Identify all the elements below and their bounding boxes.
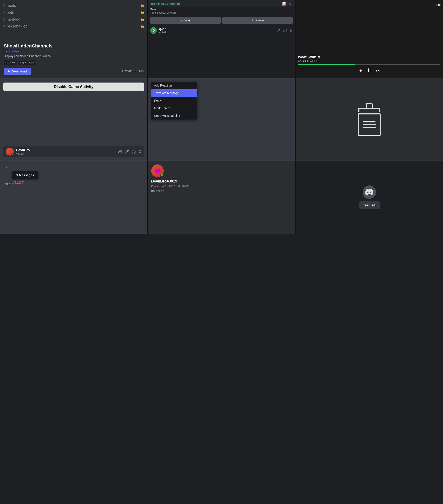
slm-text2: duis xyxy=(5,182,10,186)
ctc-name: Bwo xyxy=(148,7,295,11)
ctc-tag: #1441 xyxy=(159,31,166,34)
context-menu: Add Reaction› Translate Message Reply Ma… xyxy=(151,82,197,120)
box-lid-handle xyxy=(366,103,373,108)
cd-avatar: 😈 xyxy=(151,164,164,177)
preview-fe xyxy=(296,78,443,161)
gat-user-row: DevilBro #3019 🎮 🎤 🎧 ⚙ xyxy=(3,146,144,157)
ctx-mark-unread: Mark Unread xyxy=(151,104,197,112)
ctc-header: ▮▮▮ Voice Connected 📊 📞 xyxy=(148,0,295,7)
plugin-desc-shc: Displays all hidden Channels, which... xyxy=(4,54,144,58)
discord-logo-icon xyxy=(365,189,373,195)
slm-text: nt xyxy=(3,164,144,169)
cd-online-dot xyxy=(160,174,163,177)
box-body xyxy=(358,113,381,136)
ctx-reply: Reply xyxy=(151,97,197,104)
card-body-shc: ShowHiddenChannels by DevilBro Displays … xyxy=(0,40,147,78)
card-send-large-messages: nt duis 3 Messages -3427 SendLargeMessag… xyxy=(0,161,147,234)
card-call-time-counter: ▮▮▮ Voice Connected 📊 📞 Bwo Time elapsed… xyxy=(148,0,295,78)
gat-online-dot xyxy=(11,153,14,156)
ctc-icons: 🎤🎧⚙ xyxy=(276,29,293,33)
channel-row-personal-log: #personal-log 🔒 xyxy=(3,23,144,30)
card-game-activity-toggle: Disable Game Activity DevilBro #3019 🎮 🎤… xyxy=(0,78,147,161)
gat-icons: 🎮 🎤 🎧 ⚙ xyxy=(118,149,142,154)
preview-cd: 😈 DevilBro#3019 Created on 25.08.2017, 0… xyxy=(148,161,295,234)
card-read-all-notifications: read all ReadAllNotificationsB... by Dev… xyxy=(296,161,443,234)
download-icon-shc: ⬇ xyxy=(8,70,10,73)
card-free-emojis: FreeEmojis by BetterDiscord If you don't… xyxy=(296,78,443,161)
preview-slm: nt duis 3 Messages -3427 xyxy=(0,161,147,234)
cd-roles: NO ROLES xyxy=(151,190,164,192)
ran-read-all-bubble: read all xyxy=(359,201,380,209)
preview-gto: Add Reaction› Translate Message Reply Ma… xyxy=(148,78,295,161)
ctc-video-btn[interactable]: 📹 Video xyxy=(150,17,221,24)
gat-username: DevilBro xyxy=(16,148,30,152)
card-show-hidden-channels: #mods 🔒 #bots 🔒 #mod-log 🔒 #personal-log… xyxy=(0,0,147,78)
plugin-grid: #mods 🔒 #bots 🔒 #mod-log 🔒 #personal-log… xyxy=(0,0,443,234)
preview-show-hidden-channels: #mods 🔒 #bots 🔒 #mod-log 🔒 #personal-log… xyxy=(0,0,147,40)
cd-username: DevilBro#3019 xyxy=(151,179,177,183)
sc-controls: ⏮ ⏸ ⏭ xyxy=(298,67,441,74)
stats-shc: ⬇ 244K ♡ 165 xyxy=(122,70,144,73)
download-count-icon-shc: ⬇ xyxy=(122,70,124,73)
settings-icon-gat: ⚙ xyxy=(138,149,142,154)
sc-artist: on BODYWOR> xyxy=(298,59,441,63)
ran-discord-avatar xyxy=(363,185,376,199)
slm-char-count: -3427 xyxy=(12,180,38,186)
downloads-stat-shc: ⬇ 244K xyxy=(122,70,132,73)
download-button-shc[interactable]: ⬇ Download xyxy=(4,68,31,75)
sc-prev-icon[interactable]: ⏮ xyxy=(359,68,363,73)
box-lid xyxy=(358,108,380,112)
sc-next-icon[interactable]: ⏭ xyxy=(376,68,380,73)
card-creation-date: 😈 DevilBro#3019 Created on 25.08.2017, 0… xyxy=(148,161,295,234)
cd-created-date: Created on 25.08.2017, 03:40 PM xyxy=(151,185,189,188)
plugin-tags-shc: channels organization xyxy=(4,60,144,65)
ctc-screen-btn[interactable]: 🖥 Screen xyxy=(222,17,293,24)
ctc-avatar: Q xyxy=(150,27,157,34)
ctx-copy-link: Copy Message Link xyxy=(151,112,197,120)
sc-song-title: weat (with M xyxy=(298,55,441,59)
sc-play-icon[interactable]: ⏸ xyxy=(367,67,372,74)
sc-progress-fill xyxy=(298,64,355,65)
channel-row-mods: #mods 🔒 xyxy=(3,2,144,9)
ctc-user: Q qwert #1441 🎤🎧⚙ xyxy=(148,25,295,36)
gamepad-icon: 🎮 xyxy=(118,149,123,154)
sc-back-icon: ⏮ xyxy=(436,2,441,8)
likes-stat-shc: ♡ 165 xyxy=(135,70,144,73)
slm-messages-tooltip: 3 Messages xyxy=(12,171,38,179)
plugin-author-shc: by DevilBro xyxy=(4,50,144,53)
ctc-buttons: 📹 Video 🖥 Screen xyxy=(148,16,295,25)
ctc-time: Time elapsed: 00:04:16 xyxy=(148,11,295,16)
heart-icon-shc: ♡ xyxy=(135,70,138,73)
preview-gat: Disable Game Activity DevilBro #3019 🎮 🎤… xyxy=(0,78,147,161)
plugin-title-shc: ShowHiddenChannels xyxy=(4,43,144,49)
gat-avatar xyxy=(6,148,14,156)
card-spotify-controls: ⏮ weat (with M on BODYWOR> ⏮ ⏸ ⏭ Spotify… xyxy=(296,0,443,78)
ctx-add-reaction: Add Reaction› xyxy=(151,82,197,89)
headphone-icon: 🎧 xyxy=(131,149,136,154)
preview-ran: read all xyxy=(296,161,443,234)
preview-ctc: ▮▮▮ Voice Connected 📊 📞 Bwo Time elapsed… xyxy=(148,0,295,78)
ctx-translate-message: Translate Message xyxy=(151,89,197,97)
card-google-translate: Add Reaction› Translate Message Reply Ma… xyxy=(148,78,295,161)
tag-organization[interactable]: organization xyxy=(18,60,35,65)
box-lines xyxy=(363,121,376,128)
sc-progress-bar[interactable] xyxy=(298,64,441,65)
preview-sc: ⏮ weat (with M on BODYWOR> ⏮ ⏸ ⏭ xyxy=(296,0,443,78)
mic-icon: 🎤 xyxy=(125,149,129,154)
card-footer-shc: ⬇ Download ⬇ 244K ♡ 165 xyxy=(4,68,144,75)
ctc-username: qwert xyxy=(159,27,166,31)
gat-tag: #3019 xyxy=(16,152,30,155)
tag-channels[interactable]: channels xyxy=(4,60,17,65)
channel-row-mod-log: #mod-log 🔒 xyxy=(3,16,144,23)
channel-row-bots: #bots 🔒 xyxy=(3,9,144,16)
gat-banner: Disable Game Activity xyxy=(3,83,144,91)
